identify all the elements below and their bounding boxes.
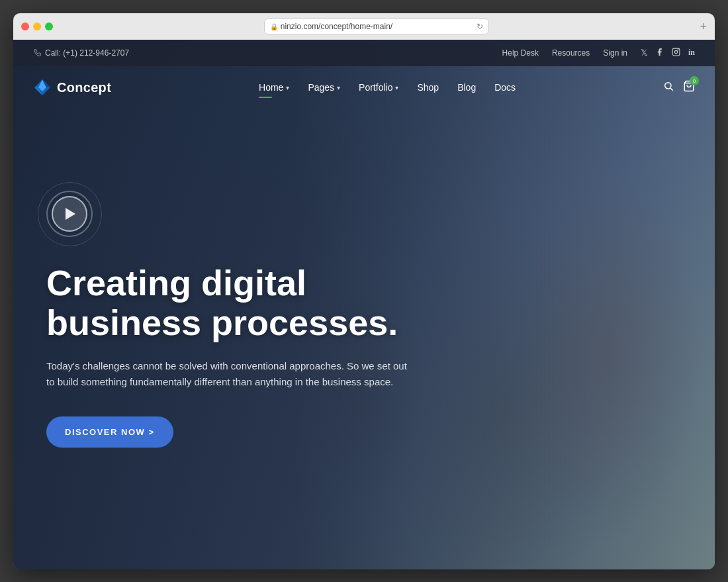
nav-utility-icons: 0 xyxy=(663,80,695,95)
hero-subtext: Today's challenges cannot be solved with… xyxy=(46,358,417,390)
logo-link[interactable]: Concept xyxy=(33,78,111,97)
play-button-outer-ring xyxy=(46,191,93,237)
address-input[interactable]: 🔒 ninzio.com/concept/home-main/ ↻ xyxy=(264,19,489,34)
website-content: Call: (+1) 212-946-2707 Help Desk Resour… xyxy=(13,40,715,569)
logo-text: Concept xyxy=(57,80,111,95)
nav-docs[interactable]: Docs xyxy=(486,77,523,98)
svg-point-7 xyxy=(665,83,671,89)
facebook-icon[interactable] xyxy=(655,48,664,58)
browser-window: 🔒 ninzio.com/concept/home-main/ ↻ + Call… xyxy=(13,13,715,569)
hero-section: Creating digital business processes. Tod… xyxy=(13,109,477,569)
cart-button[interactable]: 0 xyxy=(683,80,695,95)
topbar: Call: (+1) 212-946-2707 Help Desk Resour… xyxy=(13,40,715,66)
help-desk-link[interactable]: Help Desk xyxy=(502,48,539,58)
chevron-down-icon: ▾ xyxy=(395,84,398,91)
refresh-icon: ↻ xyxy=(477,22,483,31)
main-nav: Home ▾ Pages ▾ Portfolio ▾ Shop Blog xyxy=(251,77,523,98)
topbar-right-links: Help Desk Resources Sign in 𝕏 in xyxy=(502,48,695,58)
chevron-down-icon: ▾ xyxy=(286,84,289,91)
play-button[interactable] xyxy=(52,196,87,232)
browser-titlebar: 🔒 ninzio.com/concept/home-main/ ↻ + xyxy=(13,13,715,40)
svg-rect-0 xyxy=(672,48,680,56)
lock-icon: 🔒 xyxy=(270,23,278,30)
twitter-icon[interactable]: 𝕏 xyxy=(641,48,647,58)
nav-shop[interactable]: Shop xyxy=(409,77,447,98)
svg-point-2 xyxy=(678,50,678,50)
resources-link[interactable]: Resources xyxy=(552,48,590,58)
cart-badge: 0 xyxy=(690,76,699,85)
address-bar-container: 🔒 ninzio.com/concept/home-main/ ↻ xyxy=(85,19,668,34)
url-text: ninzio.com/concept/home-main/ xyxy=(281,22,392,31)
navbar: Concept Home ▾ Pages ▾ Portfolio ▾ Shop xyxy=(13,66,715,109)
minimize-button[interactable] xyxy=(33,23,41,30)
sign-in-link[interactable]: Sign in xyxy=(603,48,627,58)
topbar-phone: Call: (+1) 212-946-2707 xyxy=(33,48,129,58)
search-button[interactable] xyxy=(663,81,674,94)
close-button[interactable] xyxy=(21,23,29,30)
nav-portfolio[interactable]: Portfolio ▾ xyxy=(351,77,406,98)
chevron-down-icon: ▾ xyxy=(337,84,340,91)
traffic-lights xyxy=(21,23,53,30)
nav-blog[interactable]: Blog xyxy=(449,77,484,98)
logo-icon xyxy=(33,78,52,97)
hero-headline: Creating digital business processes. xyxy=(46,264,443,342)
play-button-wrapper xyxy=(46,191,443,237)
svg-line-8 xyxy=(670,88,673,91)
nav-home[interactable]: Home ▾ xyxy=(251,77,297,98)
nav-pages[interactable]: Pages ▾ xyxy=(300,77,348,98)
new-tab-button[interactable]: + xyxy=(700,20,707,34)
phone-number: Call: (+1) 212-946-2707 xyxy=(45,48,129,58)
social-icons: 𝕏 in xyxy=(641,48,695,58)
play-icon xyxy=(66,208,75,220)
phone-icon xyxy=(33,49,41,57)
maximize-button[interactable] xyxy=(45,23,53,30)
linkedin-icon[interactable]: in xyxy=(688,48,695,58)
svg-point-1 xyxy=(674,50,677,53)
discover-now-button[interactable]: DISCOVER NOW > xyxy=(46,416,173,448)
instagram-icon[interactable] xyxy=(672,48,680,58)
